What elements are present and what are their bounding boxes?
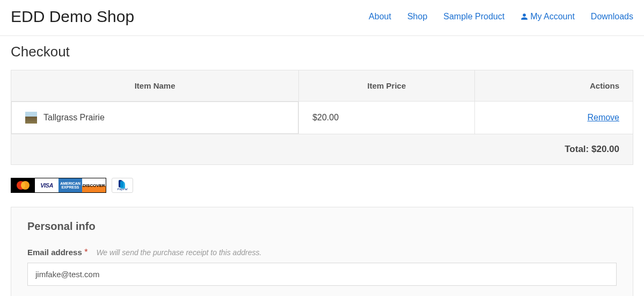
cart-item-cell: Tallgrass Prairie (11, 102, 298, 134)
cart-total-label: Total: (565, 144, 589, 154)
email-field[interactable] (27, 263, 617, 286)
discover-icon: DISCOVER (82, 178, 106, 192)
credit-cards-option[interactable]: VISA AMERICANEXPRESS DISCOVER (11, 178, 106, 193)
cart-total-cell: Total: $20.00 (11, 134, 633, 165)
product-thumbnail-icon (25, 112, 37, 124)
cart-row: Tallgrass Prairie $20.00 Remove (11, 102, 633, 134)
personal-info-panel: Personal info Email address * We will se… (11, 207, 633, 296)
nav-my-account[interactable]: My Account (521, 12, 575, 21)
cart-item-price: $20.00 (299, 102, 475, 134)
primary-nav: About Shop Sample Product My Account Dow… (369, 12, 633, 21)
visa-icon: VISA (35, 178, 58, 192)
cart-total-value: $20.00 (591, 144, 619, 154)
email-label-wrap: Email address * (27, 248, 87, 257)
nav-shop[interactable]: Shop (407, 12, 427, 21)
cart-item-name: Tallgrass Prairie (43, 113, 105, 122)
nav-sample-product[interactable]: Sample Product (443, 12, 504, 21)
payment-method-badges: VISA AMERICANEXPRESS DISCOVER PayPal (11, 178, 633, 193)
email-label-row: Email address * We will send the purchas… (27, 248, 617, 257)
page-title: Checkout (11, 44, 633, 60)
required-mark: * (84, 248, 87, 257)
cart-header-row: Item Name Item Price Actions (11, 70, 633, 102)
user-icon (521, 13, 528, 20)
cart-table: Item Name Item Price Actions Tallgrass P… (11, 70, 633, 165)
email-hint: We will send the purchase receipt to thi… (96, 248, 261, 257)
nav-about[interactable]: About (369, 12, 391, 21)
amex-icon: AMERICANEXPRESS (58, 178, 82, 192)
cart-total-row: Total: $20.00 (11, 134, 633, 165)
paypal-icon (119, 181, 126, 188)
main-content: Checkout Item Name Item Price Actions Ta… (0, 36, 644, 296)
cart-item-actions: Remove (474, 102, 633, 134)
site-header: EDD Demo Shop About Shop Sample Product … (0, 0, 644, 36)
col-header-item-name: Item Name (11, 70, 299, 102)
mastercard-icon (11, 178, 35, 192)
site-title[interactable]: EDD Demo Shop (11, 8, 134, 26)
col-header-item-price: Item Price (299, 70, 475, 102)
paypal-option[interactable]: PayPal (112, 178, 133, 193)
nav-my-account-label: My Account (530, 12, 575, 21)
personal-info-heading: Personal info (27, 220, 617, 233)
nav-downloads[interactable]: Downloads (591, 12, 633, 21)
remove-item-link[interactable]: Remove (587, 113, 619, 122)
email-label: Email address (27, 248, 82, 257)
col-header-actions: Actions (474, 70, 633, 102)
